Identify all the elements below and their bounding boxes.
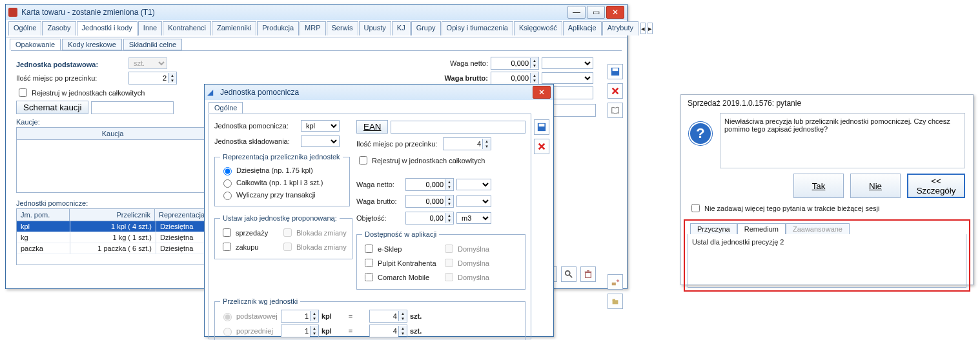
svg-rect-11 xyxy=(539,124,545,126)
table-row[interactable]: paczka 1 paczka ( 6 szt.) Dziesiętna xyxy=(17,243,209,254)
aux-unit-dialog: ◢ Jednostka pomocnicza ✕ Ogólne Jednostk… xyxy=(204,84,554,337)
tab-produkcja[interactable]: Produkcja xyxy=(257,21,299,35)
eshop-check[interactable]: e-Sklep xyxy=(362,243,440,255)
aux-units-label: Jednostki pomocnicze: xyxy=(16,199,210,207)
delete-icon[interactable] xyxy=(580,266,596,282)
tab-aplikacje[interactable]: Aplikacje xyxy=(563,21,602,35)
no-button[interactable]: Nie xyxy=(850,174,901,198)
decimals-spin[interactable]: ▲▼ xyxy=(128,72,177,85)
maximize-button[interactable]: ▭ xyxy=(587,6,605,19)
deposits-grid[interactable]: Kaucja xyxy=(16,127,210,193)
tab-ogolne[interactable]: Ogólne xyxy=(8,21,41,35)
aux-volume-spin[interactable]: ▲▼ xyxy=(405,212,454,225)
close-button[interactable]: ✕ xyxy=(606,6,624,19)
conv-prev-b-spin[interactable]: ▲▼ xyxy=(369,325,407,337)
save-disk-icon[interactable] xyxy=(607,64,623,79)
aux-register-int-check[interactable]: Rejestruj w jednostkach całkowitych xyxy=(356,154,485,166)
subtab-opakowanie[interactable]: Opakowanie xyxy=(10,39,61,50)
net-weight-spin[interactable]: ▲▼ xyxy=(491,57,539,70)
deposit-scheme-button[interactable]: Schemat kaucji xyxy=(16,101,88,114)
table-row[interactable]: kpl 1 kpl ( 4 szt.) Dziesiętna xyxy=(17,221,209,232)
storage-unit-label: Jednostka składowania: xyxy=(214,137,298,145)
conv-base-b-spin[interactable]: ▲▼ xyxy=(369,310,407,323)
subtab-skladniki[interactable]: Składniki celne xyxy=(123,39,182,50)
tab-kj[interactable]: KJ xyxy=(392,21,411,35)
aux-gross-weight-unit[interactable] xyxy=(456,195,491,207)
conv-base-unit-a: kpl xyxy=(322,312,332,320)
tab-scroll-left[interactable]: ◂ xyxy=(640,23,646,34)
main-tabstrip: Ogólne Zasoby Jednostki i kody Inne Kont… xyxy=(6,20,627,37)
deposit-scheme-field[interactable] xyxy=(91,101,174,114)
ean-button[interactable]: EAN xyxy=(356,120,388,134)
deposits-label: Kaucje: xyxy=(16,118,210,126)
dlg-tab-remedium[interactable]: Remedium xyxy=(737,223,786,234)
transfer-icon[interactable] xyxy=(607,274,623,290)
gross-weight-unit[interactable] xyxy=(542,72,593,84)
tab-zamienniki[interactable]: Zamienniki xyxy=(212,21,256,35)
net-weight-label: Waga netto: xyxy=(450,59,488,67)
tab-zasoby[interactable]: Zasoby xyxy=(42,21,76,35)
aux-gross-weight-spin[interactable]: ▲▼ xyxy=(405,195,454,208)
attach-icon[interactable] xyxy=(607,294,623,309)
rep-legend: Reprezentacja przelicznika jednostek xyxy=(220,153,343,161)
aux-tab-ogolne[interactable]: Ogólne xyxy=(209,102,243,114)
details-button[interactable]: << Szczegóły xyxy=(907,174,965,198)
aux-close-button[interactable]: ✕ xyxy=(533,86,551,99)
purchase-check[interactable]: zakupu xyxy=(220,241,278,253)
sales-check[interactable]: sprzedaży xyxy=(220,226,278,239)
app-icon xyxy=(8,8,17,17)
tab-serwis[interactable]: Serwis xyxy=(327,21,358,35)
minimize-button[interactable]: — xyxy=(567,6,586,19)
rep-decimal-radio[interactable]: Dziesiętna (np. 1.75 kpl) xyxy=(220,165,313,175)
col-jm[interactable]: Jm. pom. xyxy=(17,209,70,221)
tab-kontrahenci[interactable]: Kontrahenci xyxy=(163,21,211,35)
aux-decimals-spin[interactable]: ▲▼ xyxy=(443,137,491,150)
register-int-check[interactable]: Rejestruj w jednostkach całkowitych xyxy=(16,86,145,99)
tab-inne[interactable]: Inne xyxy=(138,21,162,35)
table-row[interactable]: kg 1 kg ( 1 szt.) Dziesiętna xyxy=(17,232,209,243)
aux-cancel-icon[interactable] xyxy=(534,139,549,154)
conv-prev-a-spin[interactable]: ▲▼ xyxy=(281,325,319,337)
rep-integer-radio[interactable]: Całkowita (np. 1 kpl i 3 szt.) xyxy=(220,177,323,188)
rep-tx-radio[interactable]: Wyliczany przy transakcji xyxy=(220,190,316,200)
tab-jednostki-kody[interactable]: Jednostki i kody xyxy=(77,21,138,36)
dlg-tab-zaawansowane[interactable]: Zaawansowane xyxy=(786,223,850,234)
search-icon[interactable] xyxy=(561,266,577,282)
cancel-close-icon[interactable] xyxy=(607,83,623,99)
tab-scroll-right[interactable]: ▸ xyxy=(648,23,653,34)
net-weight-unit[interactable] xyxy=(542,57,593,69)
dlg-tab-przyczyna[interactable]: Przyczyna xyxy=(690,223,737,234)
mobile-check[interactable]: Comarch Mobile xyxy=(362,271,440,283)
conv-base-unit-b: szt. xyxy=(410,312,422,320)
subtab-kody[interactable]: Kody kreskowe xyxy=(62,39,122,50)
tab-mrp[interactable]: MRP xyxy=(300,21,325,35)
aux-net-weight-label: Waga netto: xyxy=(356,181,403,188)
tab-opisy[interactable]: Opisy i tłumaczenia xyxy=(442,21,513,35)
dont-ask-check[interactable]: Nie zadawaj więcej tego pytania w trakci… xyxy=(689,202,879,214)
titlebar[interactable]: Karta towaru - zostanie zmieniona (T1) —… xyxy=(6,5,627,20)
storage-unit-select[interactable] xyxy=(301,135,340,147)
aux-volume-unit[interactable]: m3 xyxy=(456,212,491,224)
aux-titlebar[interactable]: ◢ Jednostka pomocnicza ✕ xyxy=(205,85,553,100)
pulpit-check[interactable]: Pulpit Kontrahenta xyxy=(362,257,440,269)
ean-field[interactable] xyxy=(391,121,526,134)
conv-base-radio[interactable]: podstawowej xyxy=(220,311,278,321)
tab-upusty[interactable]: Upusty xyxy=(359,21,391,35)
aux-net-weight-unit[interactable] xyxy=(456,179,491,190)
tab-ksiegowosc[interactable]: Księgowość xyxy=(514,21,562,35)
aux-save-icon[interactable] xyxy=(534,119,549,135)
aux-net-weight-spin[interactable]: ▲▼ xyxy=(405,178,454,191)
aux-unit-label: Jednostka pomocnicza: xyxy=(214,122,298,130)
conv-base-a-spin[interactable]: ▲▼ xyxy=(281,310,319,323)
gross-weight-spin[interactable]: ▲▼ xyxy=(491,72,539,85)
col-przel[interactable]: Przelicznik xyxy=(70,209,155,221)
yes-button[interactable]: Tak xyxy=(793,174,844,198)
tab-grupy[interactable]: Grupy xyxy=(411,21,441,35)
aux-units-grid[interactable]: Jm. pom. Przelicznik Reprezentacja kpl 1… xyxy=(16,208,210,265)
deposit-col: Kaucja xyxy=(17,128,209,139)
tab-atrybuty[interactable]: Atrybuty xyxy=(602,21,638,35)
aux-unit-select[interactable]: kpl xyxy=(301,120,340,132)
book-icon[interactable] xyxy=(607,103,623,118)
col-rep[interactable]: Reprezentacja xyxy=(155,209,209,221)
conv-prev-radio[interactable]: poprzedniej xyxy=(220,326,278,336)
